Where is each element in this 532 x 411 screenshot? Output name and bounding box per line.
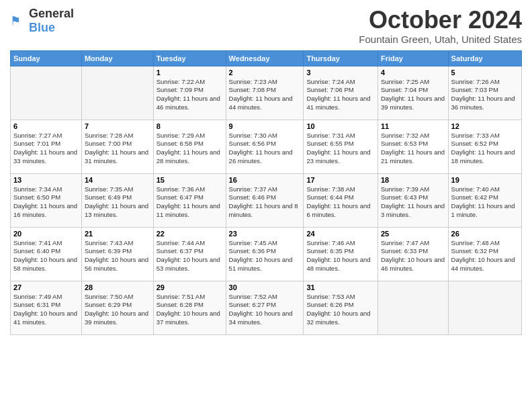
day-number: 7 bbox=[85, 122, 150, 130]
weekday-sunday: Sunday bbox=[11, 50, 82, 66]
day-number: 12 bbox=[451, 122, 519, 130]
day-number: 8 bbox=[157, 122, 223, 130]
calendar-cell: 8Sunrise: 7:29 AMSunset: 6:58 PMDaylight… bbox=[153, 120, 226, 173]
day-info: Sunrise: 7:27 AMSunset: 7:01 PMDaylight:… bbox=[13, 132, 79, 166]
day-number: 6 bbox=[13, 122, 79, 130]
calendar-cell: 31Sunrise: 7:53 AMSunset: 6:26 PMDayligh… bbox=[304, 281, 378, 334]
calendar-header: SundayMondayTuesdayWednesdayThursdayFrid… bbox=[11, 50, 522, 66]
calendar-cell: 17Sunrise: 7:38 AMSunset: 6:44 PMDayligh… bbox=[304, 173, 378, 227]
month-title: October 2024 bbox=[359, 7, 522, 34]
calendar-cell: 23Sunrise: 7:45 AMSunset: 6:36 PMDayligh… bbox=[226, 227, 304, 281]
calendar-cell: 9Sunrise: 7:30 AMSunset: 6:56 PMDaylight… bbox=[226, 120, 304, 173]
day-number: 15 bbox=[157, 176, 223, 184]
day-info: Sunrise: 7:52 AMSunset: 6:27 PMDaylight:… bbox=[229, 293, 301, 327]
day-info: Sunrise: 7:28 AMSunset: 7:00 PMDaylight:… bbox=[85, 132, 150, 166]
day-info: Sunrise: 7:31 AMSunset: 6:55 PMDaylight:… bbox=[306, 132, 375, 166]
weekday-friday: Friday bbox=[378, 50, 448, 66]
calendar-cell: 22Sunrise: 7:44 AMSunset: 6:37 PMDayligh… bbox=[153, 227, 226, 281]
day-info: Sunrise: 7:36 AMSunset: 6:47 PMDaylight:… bbox=[157, 185, 223, 220]
day-info: Sunrise: 7:41 AMSunset: 6:40 PMDaylight:… bbox=[13, 239, 79, 273]
day-number: 16 bbox=[229, 176, 301, 184]
logo-text: General Blue bbox=[29, 7, 74, 35]
day-info: Sunrise: 7:51 AMSunset: 6:28 PMDaylight:… bbox=[157, 293, 223, 327]
day-info: Sunrise: 7:34 AMSunset: 6:50 PMDaylight:… bbox=[13, 185, 79, 220]
day-info: Sunrise: 7:46 AMSunset: 6:35 PMDaylight:… bbox=[306, 239, 375, 273]
calendar-cell: 6Sunrise: 7:27 AMSunset: 7:01 PMDaylight… bbox=[11, 120, 82, 173]
calendar-cell: 3Sunrise: 7:24 AMSunset: 7:06 PMDaylight… bbox=[304, 66, 378, 120]
calendar-cell bbox=[378, 281, 448, 334]
day-number: 26 bbox=[451, 230, 519, 238]
calendar-cell: 29Sunrise: 7:51 AMSunset: 6:28 PMDayligh… bbox=[153, 281, 226, 334]
calendar-cell: 26Sunrise: 7:48 AMSunset: 6:32 PMDayligh… bbox=[448, 227, 521, 281]
title-block: October 2024 Fountain Green, Utah, Unite… bbox=[359, 7, 522, 45]
calendar-cell: 12Sunrise: 7:33 AMSunset: 6:52 PMDayligh… bbox=[448, 120, 521, 173]
day-number: 31 bbox=[306, 283, 375, 291]
week-row-5: 27Sunrise: 7:49 AMSunset: 6:31 PMDayligh… bbox=[11, 281, 522, 334]
day-number: 23 bbox=[229, 230, 301, 238]
day-info: Sunrise: 7:38 AMSunset: 6:44 PMDaylight:… bbox=[306, 185, 375, 220]
day-number: 24 bbox=[306, 230, 375, 238]
logo-general: General bbox=[29, 7, 74, 20]
day-number: 9 bbox=[229, 122, 301, 130]
day-info: Sunrise: 7:22 AMSunset: 7:09 PMDaylight:… bbox=[157, 78, 223, 112]
day-number: 11 bbox=[381, 122, 445, 130]
calendar-cell: 1Sunrise: 7:22 AMSunset: 7:09 PMDaylight… bbox=[153, 66, 226, 120]
day-number: 30 bbox=[229, 283, 301, 291]
day-number: 14 bbox=[85, 176, 150, 184]
day-number: 2 bbox=[229, 68, 301, 77]
weekday-saturday: Saturday bbox=[448, 50, 521, 66]
day-number: 22 bbox=[157, 230, 223, 238]
day-info: Sunrise: 7:37 AMSunset: 6:46 PMDaylight:… bbox=[229, 185, 301, 220]
calendar-cell: 15Sunrise: 7:36 AMSunset: 6:47 PMDayligh… bbox=[153, 173, 226, 227]
calendar-table: SundayMondayTuesdayWednesdayThursdayFrid… bbox=[10, 50, 522, 335]
day-info: Sunrise: 7:49 AMSunset: 6:31 PMDaylight:… bbox=[13, 293, 79, 327]
day-number: 4 bbox=[381, 68, 445, 77]
calendar-cell: 7Sunrise: 7:28 AMSunset: 7:00 PMDaylight… bbox=[81, 120, 153, 173]
calendar-cell: 19Sunrise: 7:40 AMSunset: 6:42 PMDayligh… bbox=[448, 173, 521, 227]
day-info: Sunrise: 7:48 AMSunset: 6:32 PMDaylight:… bbox=[451, 239, 519, 273]
weekday-wednesday: Wednesday bbox=[226, 50, 304, 66]
day-number: 29 bbox=[157, 283, 223, 291]
day-info: Sunrise: 7:26 AMSunset: 7:03 PMDaylight:… bbox=[451, 78, 519, 112]
calendar-cell: 24Sunrise: 7:46 AMSunset: 6:35 PMDayligh… bbox=[304, 227, 378, 281]
page-header: ⚑ General Blue October 2024 Fountain Gre… bbox=[10, 7, 522, 45]
weekday-tuesday: Tuesday bbox=[153, 50, 226, 66]
day-info: Sunrise: 7:44 AMSunset: 6:37 PMDaylight:… bbox=[157, 239, 223, 273]
calendar-cell: 30Sunrise: 7:52 AMSunset: 6:27 PMDayligh… bbox=[226, 281, 304, 334]
day-info: Sunrise: 7:43 AMSunset: 6:39 PMDaylight:… bbox=[85, 239, 150, 273]
calendar-cell: 10Sunrise: 7:31 AMSunset: 6:55 PMDayligh… bbox=[304, 120, 378, 173]
day-number: 17 bbox=[306, 176, 375, 184]
day-number: 19 bbox=[451, 176, 519, 184]
day-info: Sunrise: 7:50 AMSunset: 6:29 PMDaylight:… bbox=[85, 293, 150, 327]
day-info: Sunrise: 7:47 AMSunset: 6:33 PMDaylight:… bbox=[381, 239, 445, 273]
calendar-cell bbox=[81, 66, 153, 120]
day-info: Sunrise: 7:24 AMSunset: 7:06 PMDaylight:… bbox=[306, 78, 375, 112]
location-title: Fountain Green, Utah, United States bbox=[359, 34, 522, 45]
day-number: 10 bbox=[306, 122, 375, 130]
day-info: Sunrise: 7:53 AMSunset: 6:26 PMDaylight:… bbox=[306, 293, 375, 327]
calendar-cell: 13Sunrise: 7:34 AMSunset: 6:50 PMDayligh… bbox=[11, 173, 82, 227]
day-info: Sunrise: 7:40 AMSunset: 6:42 PMDaylight:… bbox=[451, 185, 519, 220]
day-number: 21 bbox=[85, 230, 150, 238]
day-info: Sunrise: 7:45 AMSunset: 6:36 PMDaylight:… bbox=[229, 239, 301, 273]
week-row-4: 20Sunrise: 7:41 AMSunset: 6:40 PMDayligh… bbox=[11, 227, 522, 281]
calendar-cell: 5Sunrise: 7:26 AMSunset: 7:03 PMDaylight… bbox=[448, 66, 521, 120]
day-info: Sunrise: 7:33 AMSunset: 6:52 PMDaylight:… bbox=[451, 132, 519, 166]
day-number: 27 bbox=[13, 283, 79, 291]
logo-icon: ⚑ bbox=[10, 13, 26, 29]
day-number: 25 bbox=[381, 230, 445, 238]
week-row-3: 13Sunrise: 7:34 AMSunset: 6:50 PMDayligh… bbox=[11, 173, 522, 227]
day-info: Sunrise: 7:25 AMSunset: 7:04 PMDaylight:… bbox=[381, 78, 445, 112]
day-info: Sunrise: 7:30 AMSunset: 6:56 PMDaylight:… bbox=[229, 132, 301, 166]
calendar-cell: 4Sunrise: 7:25 AMSunset: 7:04 PMDaylight… bbox=[378, 66, 448, 120]
day-info: Sunrise: 7:29 AMSunset: 6:58 PMDaylight:… bbox=[157, 132, 223, 166]
calendar-cell: 21Sunrise: 7:43 AMSunset: 6:39 PMDayligh… bbox=[81, 227, 153, 281]
day-info: Sunrise: 7:35 AMSunset: 6:49 PMDaylight:… bbox=[85, 185, 150, 220]
weekday-thursday: Thursday bbox=[304, 50, 378, 66]
week-row-2: 6Sunrise: 7:27 AMSunset: 7:01 PMDaylight… bbox=[11, 120, 522, 173]
calendar-cell: 28Sunrise: 7:50 AMSunset: 6:29 PMDayligh… bbox=[81, 281, 153, 334]
calendar-cell: 27Sunrise: 7:49 AMSunset: 6:31 PMDayligh… bbox=[11, 281, 82, 334]
day-info: Sunrise: 7:32 AMSunset: 6:53 PMDaylight:… bbox=[381, 132, 445, 166]
day-number: 5 bbox=[451, 68, 519, 77]
day-number: 20 bbox=[13, 230, 79, 238]
